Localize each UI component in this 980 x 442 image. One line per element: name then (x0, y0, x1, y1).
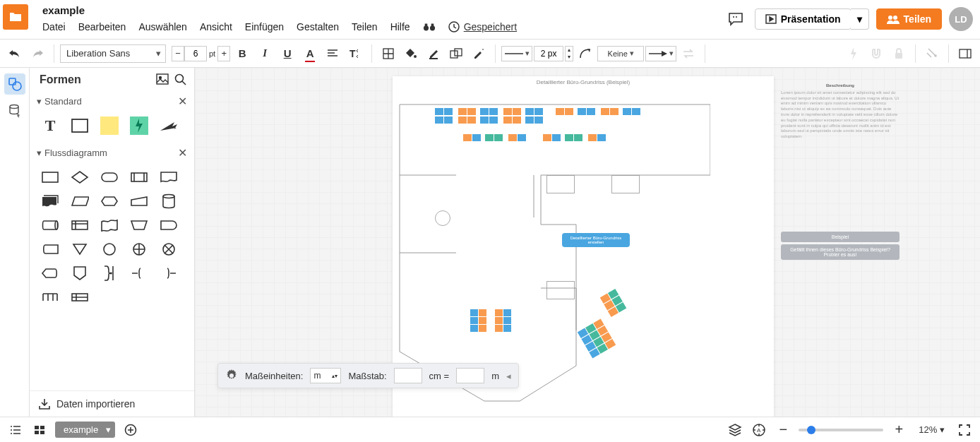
line-width-input[interactable] (534, 46, 563, 61)
side-action-1[interactable]: Beispiel (781, 232, 900, 242)
collapse-icon[interactable]: ◂ (506, 371, 511, 381)
lock-button[interactable] (888, 43, 909, 64)
scale-to-input[interactable] (456, 368, 484, 383)
fc-preparation[interactable] (96, 191, 123, 212)
line-end-select[interactable]: ▾ (645, 46, 676, 61)
line-style-select[interactable]: ▾ (501, 46, 532, 61)
redo-button[interactable] (27, 43, 48, 64)
presentation-dropdown[interactable]: ▾ (851, 8, 869, 30)
italic-button[interactable]: I (254, 43, 275, 64)
fc-tape[interactable] (96, 215, 123, 236)
fc-database[interactable] (155, 191, 182, 212)
magnet-button[interactable] (866, 43, 887, 64)
fc-stored[interactable] (37, 239, 64, 260)
fc-predefined[interactable] (126, 167, 153, 188)
fc-document[interactable] (155, 167, 182, 188)
fc-process[interactable] (37, 167, 64, 188)
magic-button[interactable] (468, 43, 489, 64)
shape-block[interactable] (66, 115, 93, 136)
document-title[interactable]: example (42, 3, 724, 16)
fc-offpage[interactable] (66, 263, 93, 284)
fc-table[interactable] (37, 287, 64, 308)
fc-directdata[interactable] (37, 215, 64, 236)
fc-internal[interactable] (66, 215, 93, 236)
panel-toggle-button[interactable] (955, 43, 976, 64)
comment-icon[interactable] (724, 7, 748, 31)
text-options-button[interactable]: T (345, 43, 366, 64)
fc-connector[interactable] (96, 239, 123, 260)
canvas[interactable]: Detaillierter Büro-Grundriss (Beispiel) (195, 68, 980, 417)
share-button[interactable]: Teilen (876, 8, 942, 30)
binoculars-icon[interactable] (423, 20, 436, 33)
menu-view[interactable]: Ansicht (200, 21, 232, 32)
line-width-up[interactable]: ▴ (566, 47, 573, 54)
target-icon[interactable]: A (751, 422, 767, 438)
fc-display[interactable] (37, 263, 64, 284)
align-button[interactable] (322, 43, 343, 64)
menu-select[interactable]: Auswählen (138, 21, 187, 32)
fc-manual-op[interactable] (126, 215, 153, 236)
line-width-down[interactable]: ▾ (566, 54, 573, 61)
units-select[interactable]: m▴▾ (310, 368, 341, 383)
shape-hotspot[interactable] (126, 115, 153, 136)
underline-button[interactable]: U (277, 43, 298, 64)
fc-delay[interactable] (155, 215, 182, 236)
fc-terminator[interactable] (96, 167, 123, 188)
font-size-increase[interactable]: + (217, 46, 230, 61)
menu-help[interactable]: Hilfe (390, 21, 410, 32)
swap-ends-button[interactable] (678, 43, 699, 64)
floorplan-callout[interactable]: Detaillierter Büro-Grundriss erstellen (562, 233, 630, 247)
border-color-button[interactable] (423, 43, 444, 64)
category-standard[interactable]: ▾Standard (37, 96, 82, 107)
menu-edit[interactable]: Bearbeiten (78, 21, 126, 32)
page-tab[interactable]: example (55, 422, 115, 438)
bold-button[interactable]: B (232, 43, 253, 64)
fill-grid-button[interactable] (378, 43, 399, 64)
fc-note-r[interactable] (126, 263, 153, 284)
fc-sum[interactable] (155, 239, 182, 260)
fc-note-l[interactable] (155, 263, 182, 284)
menu-arrange[interactable]: Gestalten (297, 21, 339, 32)
preferences-button[interactable] (921, 43, 943, 64)
shape-note[interactable] (96, 115, 123, 136)
fill-color-button[interactable] (400, 43, 422, 64)
shape-arrow[interactable] (155, 115, 182, 136)
line-curve-button[interactable] (575, 43, 596, 64)
app-folder-icon[interactable] (3, 4, 28, 30)
text-color-button[interactable]: A (299, 43, 321, 64)
category-flowchart[interactable]: ▾Flussdiagramm (37, 148, 107, 158)
fc-data[interactable] (66, 191, 93, 212)
fc-or[interactable] (126, 239, 153, 260)
undo-button[interactable] (4, 43, 25, 64)
fc-decision[interactable] (66, 167, 93, 188)
fc-swimlane[interactable] (66, 287, 93, 308)
menu-insert[interactable]: Einfügen (245, 21, 284, 32)
line-start-select[interactable]: Keine▾ (597, 46, 644, 61)
user-avatar[interactable]: LD (949, 7, 973, 31)
zoom-level[interactable]: 12% ▾ (914, 423, 949, 436)
grid-view-button[interactable] (31, 422, 48, 438)
scale-from-input[interactable] (394, 368, 422, 383)
action-button[interactable] (843, 43, 864, 64)
category-flowchart-close[interactable]: ✕ (178, 146, 187, 160)
outline-view-button[interactable] (7, 422, 24, 438)
fc-merge[interactable] (66, 239, 93, 260)
image-icon[interactable] (156, 73, 169, 86)
fc-multidoc[interactable] (37, 191, 64, 212)
font-size-input[interactable] (184, 46, 207, 61)
category-standard-close[interactable]: ✕ (178, 95, 187, 108)
shapes-rail-button[interactable] (4, 73, 25, 95)
zoom-out-button[interactable]: − (775, 422, 791, 438)
save-status[interactable]: Gespeichert (448, 21, 517, 32)
layers-icon[interactable] (727, 422, 743, 438)
menu-file[interactable]: Datei (42, 21, 66, 32)
zoom-slider[interactable] (799, 429, 883, 431)
fc-input[interactable] (126, 191, 153, 212)
menu-share[interactable]: Teilen (352, 21, 378, 32)
gear-icon[interactable] (225, 369, 238, 382)
fc-brace-r[interactable] (96, 263, 123, 284)
data-rail-button[interactable] (4, 100, 25, 121)
shape-text[interactable]: T (37, 115, 64, 136)
shape-style-button[interactable] (446, 43, 467, 64)
side-action-2[interactable]: Gefällt Ihnen dieses Büro-Grundriss Beis… (781, 244, 900, 260)
